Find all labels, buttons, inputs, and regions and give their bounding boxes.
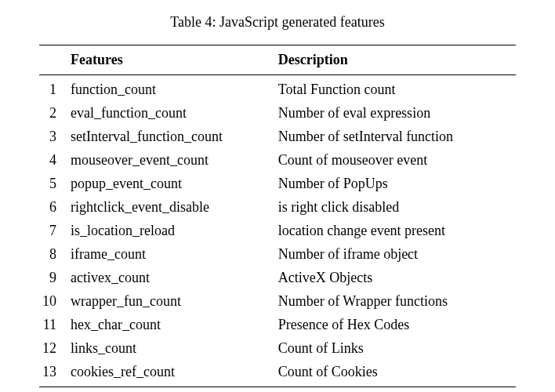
row-number: 12 [39,337,71,361]
row-number: 7 [39,220,71,243]
feature-name: function_count [71,75,278,102]
features-table: Features Description 1function_countTota… [39,45,516,387]
row-number: 1 [39,75,71,102]
feature-name: activex_count [71,267,278,290]
feature-description: Number of eval expression [278,102,516,125]
feature-name: rightclick_event_disable [71,196,278,220]
feature-description: Number of PopUps [278,172,516,196]
feature-name: mouseover_event_count [71,149,278,172]
table-row: 13cookies_ref_countCount of Cookies [39,361,516,387]
feature-name: wrapper_fun_count [71,290,278,314]
table-header-row: Features Description [39,45,516,75]
row-number: 2 [39,102,71,125]
table-row: 8iframe_countNumber of iframe object [39,243,516,267]
table-row: 4mouseover_event_countCount of mouseover… [39,149,516,172]
row-number: 3 [39,125,71,149]
row-number: 6 [39,196,71,220]
table-row: 5popup_event_countNumber of PopUps [39,172,516,196]
row-number: 4 [39,149,71,172]
feature-description: Count of Cookies [278,361,516,387]
feature-name: setInterval_function_count [71,125,278,149]
row-number: 8 [39,243,71,267]
header-num [39,45,71,75]
feature-description: Number of Wrapper functions [278,290,516,314]
feature-description: Total Function count [278,75,516,102]
feature-name: popup_event_count [71,172,278,196]
table-row: 9activex_countActiveX Objects [39,267,516,290]
table-row: 6rightclick_event_disableis right click … [39,196,516,220]
table-row: 11hex_char_countPresence of Hex Codes [39,314,516,337]
row-number: 13 [39,361,71,387]
feature-name: is_location_reload [71,220,278,243]
table-row: 7is_location_reloadlocation change event… [39,220,516,243]
feature-description: Number of setInterval function [278,125,516,149]
feature-name: hex_char_count [71,314,278,337]
table-row: 10wrapper_fun_countNumber of Wrapper fun… [39,290,516,314]
feature-name: iframe_count [71,243,278,267]
feature-description: Number of iframe object [278,243,516,267]
feature-name: cookies_ref_count [71,361,278,387]
row-number: 10 [39,290,71,314]
table-row: 12links_countCount of Links [39,337,516,361]
feature-description: Count of Links [278,337,516,361]
row-number: 11 [39,314,71,337]
feature-description: Count of mouseover event [278,149,516,172]
row-number: 9 [39,267,71,290]
header-features: Features [71,45,278,75]
header-description: Description [278,45,516,75]
table-row: 3setInterval_function_countNumber of set… [39,125,516,149]
table-caption: Table 4: JavaScript generated features [39,14,516,31]
feature-description: Presence of Hex Codes [278,314,516,337]
table-row: 2eval_function_countNumber of eval expre… [39,102,516,125]
row-number: 5 [39,172,71,196]
table-row: 1function_countTotal Function count [39,75,516,102]
feature-description: location change event present [278,220,516,243]
feature-description: ActiveX Objects [278,267,516,290]
feature-name: eval_function_count [71,102,278,125]
feature-name: links_count [71,337,278,361]
feature-description: is right click disabled [278,196,516,220]
